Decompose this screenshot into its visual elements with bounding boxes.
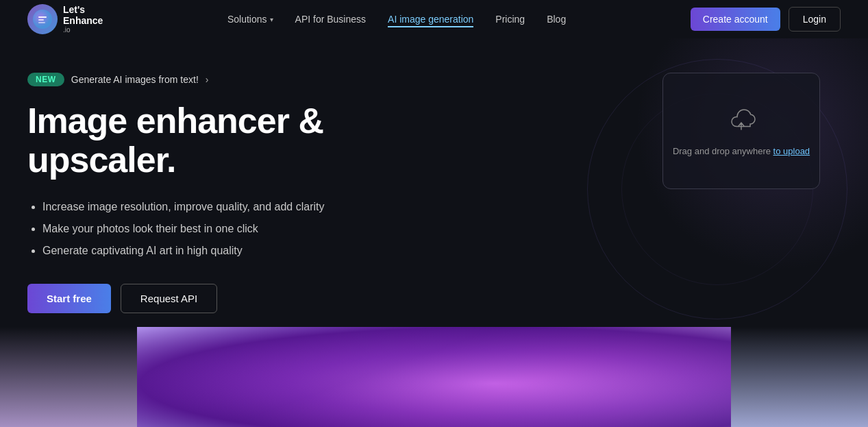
badge-arrow-icon: › <box>206 74 209 85</box>
bottom-image-section <box>0 327 868 427</box>
logo-icon <box>27 4 58 34</box>
nav-blog[interactable]: Blog <box>547 14 566 25</box>
bottom-left-gradient <box>0 327 137 427</box>
upload-dropzone[interactable]: Drag and drop anywhere to upload <box>662 73 820 189</box>
start-free-button[interactable]: Start free <box>27 284 111 313</box>
hero-bullets: Increase image resolution, improve quali… <box>27 199 452 259</box>
hero-bullet-1: Increase image resolution, improve quali… <box>42 199 452 215</box>
logo[interactable]: Let's Enhance .io <box>27 4 103 34</box>
hero-bullet-2: Make your photos look their best in one … <box>42 221 452 237</box>
nav-actions: Create account Login <box>691 7 841 32</box>
chevron-down-icon: ▾ <box>270 16 273 23</box>
nav-pricing[interactable]: Pricing <box>495 14 525 25</box>
hero-section: NEW Generate AI images from text! › Imag… <box>0 38 868 327</box>
upload-drop-text: Drag and drop anywhere to upload <box>673 145 810 158</box>
login-button[interactable]: Login <box>789 7 841 32</box>
nav-ai-image-generation[interactable]: AI image generation <box>388 14 473 27</box>
upload-icon-wrapper <box>725 104 758 137</box>
upload-link[interactable]: to upload <box>773 146 810 156</box>
bottom-right-gradient <box>731 327 868 427</box>
hero-right: Drag and drop anywhere to upload <box>662 66 841 189</box>
badge-description: Generate AI images from text! <box>71 74 199 85</box>
request-api-button[interactable]: Request API <box>121 284 217 313</box>
logo-text: Let's Enhance .io <box>63 5 103 34</box>
new-badge-wrapper: NEW Generate AI images from text! › <box>27 73 452 86</box>
create-account-button[interactable]: Create account <box>691 8 780 31</box>
new-badge: NEW <box>27 73 64 86</box>
nav-solutions[interactable]: Solutions ▾ <box>227 14 273 25</box>
cloud-upload-icon <box>727 109 756 132</box>
bottom-center-image <box>137 327 731 427</box>
hero-left: NEW Generate AI images from text! › Imag… <box>27 73 452 313</box>
svg-rect-1 <box>38 16 47 18</box>
svg-rect-3 <box>38 22 45 23</box>
hero-bullet-3: Generate captivating AI art in high qual… <box>42 243 452 259</box>
hero-title: Image enhancer & upscaler. <box>27 101 452 180</box>
hero-cta: Start free Request API <box>27 284 452 313</box>
nav-api-for-business[interactable]: API for Business <box>295 14 367 25</box>
navbar: Let's Enhance .io Solutions ▾ API for Bu… <box>0 0 868 38</box>
nav-links: Solutions ▾ API for Business AI image ge… <box>227 13 566 25</box>
svg-rect-2 <box>38 19 44 21</box>
